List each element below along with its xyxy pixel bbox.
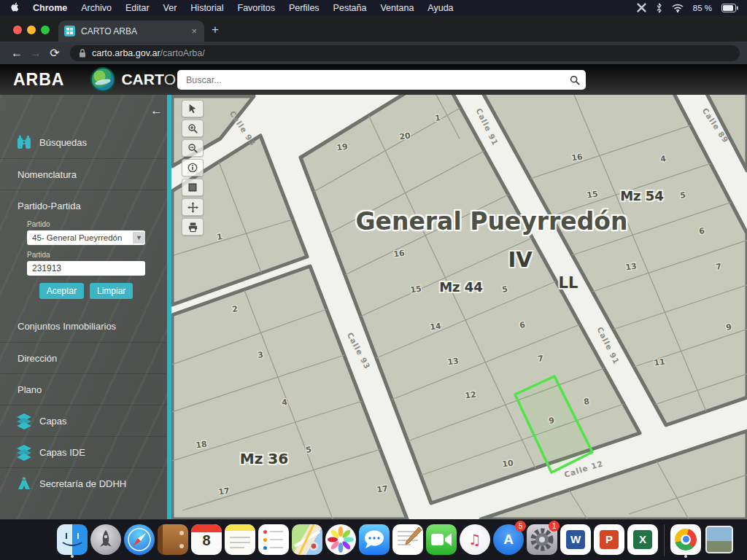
sidebar-item-secretaria-ddhh[interactable]: Secretaría de DDHH <box>0 467 166 499</box>
carto-globe-icon <box>90 67 115 92</box>
partido-select[interactable]: 45- General Pueyrredón ▼ <box>27 230 145 245</box>
sidebar-item-label: Capas <box>39 416 67 427</box>
pinwheel-status-icon[interactable] <box>637 3 646 12</box>
notification-badge: 1 <box>549 521 560 532</box>
dock-notes-icon[interactable] <box>225 524 255 557</box>
menu-editar[interactable]: Editar <box>125 3 150 13</box>
bluetooth-icon[interactable] <box>656 3 662 13</box>
sidebar-item-capas-ide[interactable]: Capas IDE <box>0 436 166 467</box>
window-zoom-button[interactable] <box>41 26 50 34</box>
dock-safari-icon[interactable] <box>124 524 155 557</box>
window-minimize-button[interactable] <box>27 26 36 34</box>
browser-address-bar: ← → ⟳ carto.arba.gov.ar /cartoArba/ <box>0 42 747 64</box>
dock-maps-icon[interactable] <box>292 524 322 557</box>
dock-sysprefs-icon[interactable]: 1 <box>527 524 557 557</box>
dock-chrome-icon[interactable] <box>670 524 701 557</box>
running-indicator <box>684 555 687 558</box>
menu-ver[interactable]: Ver <box>163 3 177 13</box>
carto-app-header: ARBA CARTO <box>0 64 747 95</box>
wifi-icon[interactable] <box>672 4 684 12</box>
dock-contacts-icon[interactable] <box>158 524 188 557</box>
sidebar-item-label: Nomenclatura <box>18 169 77 180</box>
url-path: /cartoArba/ <box>160 48 205 58</box>
forward-button[interactable]: → <box>26 47 45 60</box>
dock-music-icon[interactable]: ♫ <box>460 524 490 557</box>
cadastral-map-svg <box>171 95 747 519</box>
running-indicator <box>71 555 74 558</box>
sidebar-nav-top: BúsquedasNomenclaturaPartido-Partida <box>0 127 166 221</box>
dock-finder-icon[interactable] <box>57 524 88 557</box>
layers-icon <box>15 411 34 430</box>
main-content: General Pueyrredón IVLLMz 44Mz 54Mz 36Ca… <box>0 95 747 519</box>
map-search-bar <box>177 70 586 90</box>
dock-launchpad-icon[interactable] <box>90 524 121 557</box>
battery-percentage: 85 % <box>693 4 712 12</box>
sidebar-item-busquedas[interactable]: Búsquedas <box>0 127 166 158</box>
carto-favicon-icon <box>64 26 75 36</box>
menu-perfiles[interactable]: Perfiles <box>289 3 320 13</box>
aceptar-button[interactable]: Aceptar <box>39 283 84 299</box>
dock-stack-icon[interactable] <box>704 524 735 557</box>
window-close-button[interactable] <box>13 26 22 34</box>
search-icon[interactable] <box>564 75 586 85</box>
dock-facetime-icon[interactable] <box>426 524 457 557</box>
dock-photos-icon[interactable] <box>325 524 356 557</box>
sidebar-scrollbar[interactable] <box>167 95 171 519</box>
browser-tab[interactable]: CARTO ARBA × <box>58 20 204 42</box>
dock-messages-icon[interactable] <box>359 524 390 557</box>
menu-chrome[interactable]: Chrome <box>33 3 67 13</box>
dock-calendar-icon[interactable]: 8 <box>191 524 222 557</box>
sidebar-item-direccion[interactable]: Dirección <box>0 342 166 373</box>
new-tab-button[interactable]: + <box>212 23 219 37</box>
print-tool-button[interactable] <box>182 218 204 236</box>
sidebar: ← BúsquedasNomenclaturaPartido-Partida P… <box>0 95 171 519</box>
partido-partida-form: Partido 45- General Pueyrredón ▼ Partida… <box>0 220 166 299</box>
reload-button[interactable]: ⟳ <box>45 46 64 60</box>
limpiar-button[interactable]: Limpiar <box>90 283 133 299</box>
url-omnibox[interactable]: carto.arba.gov.ar /cartoArba/ <box>70 45 740 61</box>
menu-items: ChromeArchivoEditarVerHistorialFavoritos… <box>33 3 454 13</box>
url-host: carto.arba.gov.ar <box>92 48 160 58</box>
menu-ventana[interactable]: Ventana <box>380 3 414 13</box>
screen: ChromeArchivoEditarVerHistorialFavoritos… <box>0 0 747 560</box>
sidebar-item-nomenclatura[interactable]: Nomenclatura <box>0 158 166 190</box>
menu-favoritos[interactable]: Favoritos <box>238 3 275 13</box>
menu-archivo[interactable]: Archivo <box>81 3 112 13</box>
dock-appstore-icon[interactable]: A5 <box>493 524 524 557</box>
info-tool-button[interactable] <box>182 159 204 176</box>
partida-input[interactable] <box>27 261 145 276</box>
zoom-in-tool-button[interactable] <box>182 120 204 137</box>
extent-tool-button[interactable] <box>182 179 204 196</box>
sidebar-item-plano[interactable]: Plano <box>0 373 166 405</box>
dock-word-icon[interactable]: W <box>560 524 591 557</box>
search-input[interactable] <box>177 75 564 85</box>
partida-label: Partida <box>27 251 144 259</box>
menu-historial[interactable]: Historial <box>190 3 223 13</box>
apple-menu-icon[interactable] <box>10 1 20 15</box>
menu-status-area: 85 % <box>637 3 738 13</box>
sidebar-item-label: Plano <box>18 384 42 395</box>
dock-textedit-icon[interactable] <box>392 524 423 557</box>
menu-pestaña[interactable]: Pestaña <box>333 3 367 13</box>
battery-icon[interactable] <box>721 4 738 12</box>
browser-tab-bar: CARTO ARBA × + <box>0 15 747 42</box>
sidebar-item-capas[interactable]: Capas <box>0 405 166 436</box>
dock-powerpoint-icon[interactable]: P <box>594 524 624 557</box>
back-button[interactable]: ← <box>7 47 26 60</box>
sidebar-item-label: Partido-Partida <box>18 201 81 211</box>
zoom-out-tool-button[interactable] <box>182 139 204 157</box>
tab-close-icon[interactable]: × <box>190 26 198 36</box>
sidebar-collapse-arrow[interactable]: ← <box>150 104 163 118</box>
sidebar-item-conjuntos-inmobiliarios[interactable]: Conjuntos Inmobiliarios <box>0 311 166 342</box>
sidebar-item-partido-partida[interactable]: Partido-Partida <box>0 190 166 221</box>
select-tool-button[interactable] <box>182 100 204 117</box>
pan-tool-button[interactable] <box>182 198 204 216</box>
menu-ayuda[interactable]: Ayuda <box>427 3 453 13</box>
macos-dock: 8♫A51WPX <box>0 519 747 560</box>
dock-excel-icon[interactable]: X <box>627 524 658 557</box>
partido-selected-value: 45- General Pueyrredón <box>32 233 122 242</box>
sidebar-item-label: Secretaría de DDHH <box>39 478 126 489</box>
dock-reminders-icon[interactable] <box>258 524 289 557</box>
sidebar-item-label: Capas IDE <box>39 447 85 458</box>
sidebar-item-label: Conjuntos Inmobiliarios <box>18 321 116 332</box>
